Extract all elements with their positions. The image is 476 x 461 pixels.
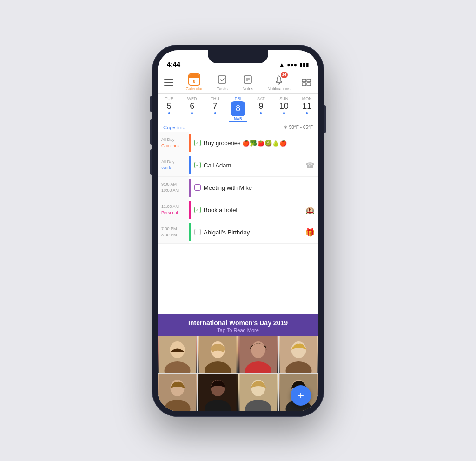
photo-cell-8[interactable]: + [279, 374, 318, 411]
photo-cell-4[interactable] [279, 336, 318, 373]
svg-rect-6 [302, 79, 306, 82]
side-button-left-2 [150, 119, 152, 145]
week-day-fri-name: FRI [235, 96, 242, 101]
week-day-mon[interactable]: MON 11 [296, 95, 318, 122]
tab-notes[interactable]: Notes [242, 73, 254, 91]
side-button-left-3 [150, 149, 152, 175]
svg-point-5 [278, 83, 279, 84]
wifi-icon: ▲ [279, 61, 284, 68]
svg-rect-9 [307, 83, 311, 86]
info-bar: Cupertino ☀ 50°F - 65°F [158, 123, 318, 132]
nav-tabs: 8 Calendar Tasks [179, 73, 297, 91]
event-time-label-8pm: 8:00 PM [161, 232, 186, 238]
week-row: TUE 5 WED 6 THU 7 FRI 8 MAR SAT [158, 94, 318, 123]
photo-cell-6[interactable] [198, 374, 238, 411]
tab-tasks[interactable]: Tasks [216, 73, 228, 91]
menu-button[interactable] [162, 75, 177, 90]
hotel-icon: 🏨 [305, 206, 315, 214]
week-day-wed-dot [191, 112, 193, 114]
week-day-wed-name: WED [187, 96, 197, 101]
event-time-label-groceries: Groceries [161, 143, 186, 149]
event-time-label-11am: 11:00 AM [161, 204, 186, 210]
location-text[interactable]: Cupertino [163, 125, 185, 130]
gift-icon: 🎁 [305, 228, 315, 237]
event-time-label-personal: Personal [161, 210, 186, 216]
event-title-groceries: Buy groceries 🍎🥦🍅🥝🍐🍎 [204, 140, 315, 147]
week-day-thu-dot [214, 112, 216, 114]
photo-cell-5[interactable] [158, 374, 197, 411]
photo-cell-3[interactable] [238, 336, 278, 373]
phone-icon: ☎ [305, 161, 315, 170]
week-day-fri[interactable]: FRI 8 MAR [226, 95, 249, 122]
event-row-birthday[interactable]: 7:00 PM 8:00 PM Abigail's Birthday 🎁 [158, 221, 318, 244]
event-content-hotel: ✓ Book a hotel 🏨 [191, 199, 318, 221]
event-row-groceries[interactable]: All Day Groceries ✓ Buy groceries 🍎🥦🍅🥝🍐🍎 [158, 132, 318, 154]
week-day-thu-name: THU [211, 96, 219, 101]
event-checkbox-groceries[interactable]: ✓ [194, 140, 201, 146]
week-day-tue-dot [168, 112, 170, 114]
event-time-label-allday1: All Day [161, 137, 186, 143]
photo-cell-2[interactable] [198, 336, 238, 373]
svg-rect-0 [218, 76, 226, 83]
week-day-mon-num: 11 [302, 101, 311, 112]
event-time-meeting: 9:00 AM 10:00 AM [158, 177, 189, 199]
tab-calendar[interactable]: 8 Calendar [186, 73, 203, 91]
event-time-hotel: 11:00 AM Personal [158, 199, 189, 221]
week-day-sun-name: SUN [279, 96, 288, 101]
calendar-body: All Day Groceries ✓ Buy groceries 🍎🥦🍅🥝🍐🍎… [158, 132, 318, 411]
promo-subtitle[interactable]: Tap To Read More [165, 327, 311, 333]
side-button-right [324, 105, 326, 133]
event-time-label-work: Work [161, 165, 186, 171]
notes-tab-icon [242, 73, 254, 86]
week-day-thu[interactable]: THU 7 [204, 95, 226, 122]
hamburger-icon [164, 85, 173, 86]
week-day-sun-dot [283, 112, 285, 114]
top-nav: 8 Calendar Tasks [158, 71, 318, 94]
event-row-call-adam[interactable]: All Day Work ✓ Call Adam ☎ [158, 154, 318, 177]
more-button[interactable] [299, 75, 314, 90]
week-day-tue[interactable]: TUE 5 [158, 95, 180, 122]
promo-banner[interactable]: International Women's Day 2019 Tap To Re… [158, 314, 318, 336]
week-day-tue-num: 5 [167, 101, 172, 112]
svg-rect-8 [302, 83, 306, 86]
week-day-fri-num: 8 [231, 101, 245, 116]
event-checkbox-call-adam[interactable]: ✓ [194, 162, 201, 168]
status-time: 4:44 [167, 60, 180, 68]
hamburger-icon [164, 79, 173, 80]
phone-screen: 4:44 ▲ ●●● ▮▮▮ 8 [158, 50, 318, 411]
week-day-tue-name: TUE [165, 96, 173, 101]
week-day-sat[interactable]: SAT 9 [250, 95, 272, 122]
event-row-hotel[interactable]: 11:00 AM Personal ✓ Book a hotel 🏨 [158, 199, 318, 221]
svg-rect-7 [307, 79, 311, 82]
event-content-birthday: Abigail's Birthday 🎁 [191, 221, 318, 243]
photo-cell-7[interactable] [238, 374, 278, 411]
tab-notifications[interactable]: 24 Notifications [267, 73, 290, 91]
event-time-birthday: 7:00 PM 8:00 PM [158, 221, 189, 243]
cal-icon-num: 8 [189, 78, 199, 85]
event-time-call-adam: All Day Work [158, 154, 189, 176]
event-time-label-allday2: All Day [161, 159, 186, 165]
week-day-mon-dot [306, 112, 308, 114]
week-active-underline [229, 121, 247, 122]
event-checkbox-birthday[interactable] [194, 229, 201, 235]
event-row-meeting[interactable]: 9:00 AM 10:00 AM Meeting with Mike [158, 177, 318, 199]
week-day-mon-name: MON [302, 96, 312, 101]
event-checkbox-meeting[interactable] [194, 184, 201, 191]
week-day-sat-name: SAT [257, 96, 265, 101]
event-time-label-7pm: 7:00 PM [161, 226, 186, 232]
svg-point-17 [251, 341, 265, 358]
event-checkbox-hotel[interactable]: ✓ [194, 207, 201, 213]
photo-cell-1[interactable] [158, 336, 197, 373]
battery-icon: ▮▮▮ [299, 61, 309, 68]
photo-grid: + [158, 336, 318, 411]
week-day-sun[interactable]: SUN 10 [272, 95, 295, 122]
fab-add-button[interactable]: + [291, 385, 311, 406]
tasks-tab-icon [216, 73, 228, 86]
calendar-tab-icon: 8 [188, 73, 200, 86]
cal-icon-header [189, 74, 199, 78]
signal-icon: ●●● [287, 61, 297, 68]
week-day-thu-num: 7 [213, 101, 218, 112]
week-day-sat-num: 9 [258, 101, 263, 112]
week-day-wed[interactable]: WED 6 [180, 95, 203, 122]
calendar-tab-label: Calendar [186, 87, 203, 91]
